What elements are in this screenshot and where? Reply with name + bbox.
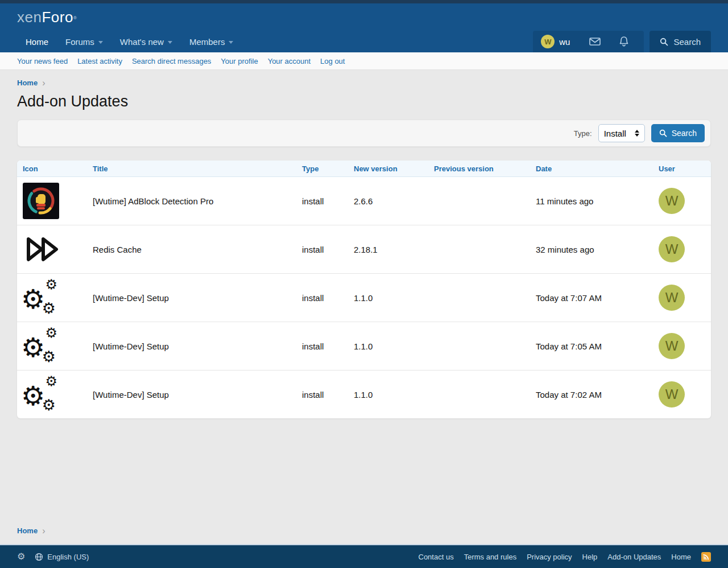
logo-xen: xen [17,9,42,26]
style-gear-icon[interactable]: ⚙ [17,552,25,561]
addon-new-version: 1.1.0 [348,371,428,418]
chevron-down-icon [229,41,233,44]
gears-icon: ⚙⚙⚙ [23,328,59,364]
addon-date: Today at 7:05 AM [530,322,653,370]
xenforo-page: xenForo® Home Forums What's new Members … [0,0,728,568]
type-select-value: Install [604,129,626,138]
header-search-button[interactable]: Search [650,31,711,52]
account-subnav: Your news feed Latest activity Search di… [0,52,728,70]
user-avatar[interactable]: W [659,333,685,359]
table-row: ⚙⚙⚙ [Wutime-Dev] Setup install 1.1.0 Tod… [17,322,711,371]
logo-foro: Foro [42,9,73,26]
avatar[interactable]: W [541,35,555,48]
addon-type: install [296,371,348,418]
col-header-previous-version: Previous version [428,160,530,176]
search-icon [659,129,667,137]
addon-date: 32 minutes ago [530,225,653,273]
globe-icon [35,553,43,561]
nav-item-whats-new[interactable]: What's new [111,31,181,52]
addon-previous-version [428,225,530,273]
type-filter-label: Type: [574,129,592,138]
subnav-log-out[interactable]: Log out [320,57,345,65]
chevron-right-icon: › [42,528,45,534]
addon-date: Today at 7:02 AM [530,371,653,418]
footer-home[interactable]: Home [671,553,691,561]
footer-addon-updates[interactable]: Add-on Updates [607,553,661,561]
language-chooser[interactable]: English (US) [35,553,89,561]
xenforo-logo[interactable]: xenForo® [17,3,711,26]
footer-contact-us[interactable]: Contact us [419,553,454,561]
nav-item-home[interactable]: Home [17,31,57,52]
addon-title[interactable]: [Wutime] AdBlock Detection Pro [87,177,296,225]
mail-icon[interactable] [582,37,607,46]
subnav-search-dm[interactable]: Search direct messages [132,57,211,65]
addon-type: install [296,322,348,370]
adblock-fist-icon [23,183,59,219]
subnav-your-account[interactable]: Your account [268,57,311,65]
header-right: W wu Search [533,31,711,52]
site-footer: ⚙ English (US) Contact us Terms and rule… [0,544,728,568]
search-icon [660,38,668,46]
addon-title[interactable]: [Wutime-Dev] Setup [87,322,296,370]
table-row: ⚙⚙⚙ [Wutime-Dev] Setup install 1.1.0 Tod… [17,371,711,418]
footer-terms-rules[interactable]: Terms and rules [464,553,516,561]
footer-privacy-policy[interactable]: Privacy policy [527,553,572,561]
subnav-news-feed[interactable]: Your news feed [17,57,68,65]
breadcrumb-home-link[interactable]: Home [17,79,38,87]
chevron-right-icon: › [42,80,45,87]
footer-left: ⚙ English (US) [17,552,89,561]
header-search-label: Search [673,37,701,47]
addon-type: install [296,225,348,273]
addon-previous-version [428,177,530,225]
nav-item-forums[interactable]: Forums [57,31,111,52]
table-row: [Wutime] AdBlock Detection Pro install 2… [17,177,711,225]
addon-type: install [296,274,348,322]
breadcrumb: Home › [17,79,711,87]
breadcrumb: Home › [17,526,711,535]
type-select[interactable]: Install [598,124,645,142]
filter-search-button[interactable]: Search [651,124,705,142]
subnav-latest-activity[interactable]: Latest activity [77,57,122,65]
username-link[interactable]: wu [559,37,570,47]
addon-new-version: 1.1.0 [348,322,428,370]
rss-icon[interactable] [701,552,711,562]
addon-title[interactable]: Redis Cache [87,225,296,273]
user-panel: W wu [533,31,644,52]
addon-new-version: 1.1.0 [348,274,428,322]
col-header-type: Type [296,160,348,176]
filter-bar: Type: Install Search [17,120,711,147]
registered-mark: ® [73,15,77,20]
main-content: Home › Add-on Updates Type: Install Sear… [0,70,728,544]
fast-forward-icon [23,231,59,267]
col-header-date: Date [530,160,653,176]
table-header-row: Icon Title Type New version Previous ver… [17,160,711,177]
bell-icon[interactable] [612,36,636,47]
bottom-breadcrumb-area: Home › [17,526,711,535]
nav-item-members[interactable]: Members [181,31,242,52]
user-avatar[interactable]: W [659,285,685,311]
addon-new-version: 2.18.1 [348,225,428,273]
user-avatar[interactable]: W [659,381,685,408]
addon-previous-version [428,274,530,322]
site-header: xenForo® Home Forums What's new Members … [0,3,728,52]
footer-help[interactable]: Help [582,553,598,561]
chevron-down-icon [168,41,172,44]
addon-date: Today at 7:07 AM [530,274,653,322]
addon-type: install [296,177,348,225]
addon-title[interactable]: [Wutime-Dev] Setup [87,371,296,418]
main-nav-row: Home Forums What's new Members W wu [17,31,711,52]
breadcrumb-home-link[interactable]: Home [17,526,38,535]
page-title: Add-on Updates [17,93,711,110]
col-header-new-version: New version [348,160,428,176]
addon-date: 11 minutes ago [530,177,653,225]
addon-updates-table: Icon Title Type New version Previous ver… [17,160,711,418]
addon-title[interactable]: [Wutime-Dev] Setup [87,274,296,322]
subnav-your-profile[interactable]: Your profile [221,57,258,65]
select-arrows-icon [635,130,639,137]
addon-new-version: 2.6.6 [348,177,428,225]
user-avatar[interactable]: W [659,236,685,262]
col-header-user: User [653,160,711,176]
gears-icon: ⚙⚙⚙ [23,376,59,413]
user-avatar[interactable]: W [659,188,685,214]
chevron-down-icon [98,41,103,44]
